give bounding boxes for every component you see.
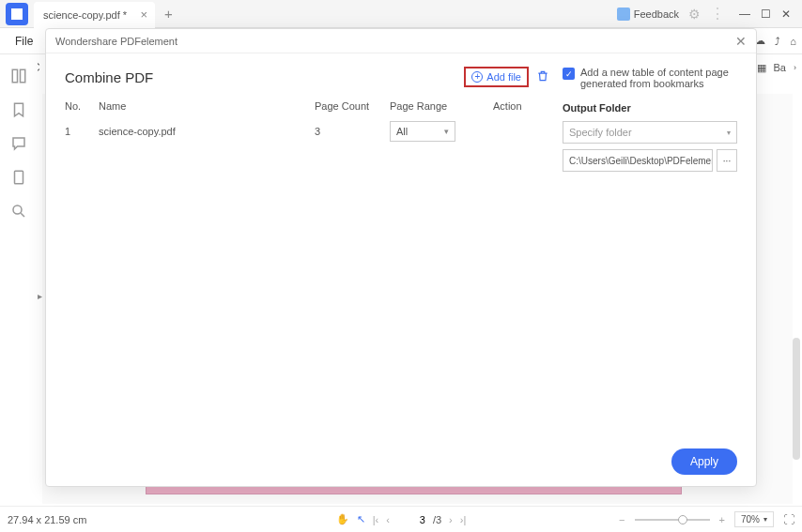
next-page-icon[interactable]: › (449, 514, 453, 525)
dialog-header: Wondershare PDFelement ✕ (46, 29, 756, 53)
browse-button[interactable]: ··· (717, 149, 737, 172)
cell-name: science-copy.pdf (99, 126, 315, 137)
add-file-label: Add file (486, 71, 521, 83)
left-side-toolbar (0, 54, 38, 220)
scrollbar-thumb[interactable] (793, 338, 800, 460)
zoom-slider[interactable] (635, 519, 710, 521)
table-row[interactable]: 1 science-copy.pdf 3 All ▾ (65, 121, 549, 142)
add-file-button[interactable]: + Add file (464, 67, 529, 87)
output-path-value: C:\Users\Geili\Desktop\PDFelement\Co (569, 156, 713, 166)
specify-folder-placeholder: Specify folder (569, 127, 632, 138)
trash-icon[interactable] (536, 69, 549, 85)
page-number-input[interactable] (397, 514, 425, 525)
toc-checkbox-label: Add a new table of content page generate… (580, 67, 737, 89)
specify-folder-dropdown[interactable]: Specify folder ▾ (563, 121, 737, 144)
plus-circle-icon: + (471, 71, 483, 83)
col-action: Action (493, 100, 549, 112)
close-window-button[interactable]: ✕ (776, 4, 796, 24)
col-name: Name (99, 100, 315, 112)
zoom-value: 70% (741, 514, 760, 524)
svg-point-3 (13, 205, 22, 214)
zoom-in-icon[interactable]: + (719, 514, 725, 525)
close-tab-icon[interactable]: × (140, 8, 147, 22)
prev-page-icon[interactable]: ‹ (386, 514, 390, 525)
statusbar: 27.94 x 21.59 cm ✋ ↖ |‹ ‹ /3 › ›| − + 70… (0, 506, 802, 532)
minimize-button[interactable]: — (734, 4, 755, 24)
chevron-down-icon: ▾ (727, 129, 731, 137)
cell-page-count: 3 (315, 126, 390, 137)
hand-tool-icon[interactable]: ✋ (336, 513, 349, 525)
close-dialog-icon[interactable]: ✕ (735, 34, 747, 49)
fit-page-icon[interactable]: ⛶ (783, 513, 794, 526)
page-total: /3 (433, 514, 441, 525)
document-tab[interactable]: science-copy.pdf * × (34, 2, 155, 28)
home-toolbar-icon[interactable]: ⌂ (790, 36, 796, 47)
badge-right[interactable]: Ba (774, 62, 786, 73)
comment-icon[interactable] (10, 135, 27, 152)
thumbnails-icon[interactable] (10, 68, 27, 84)
chevron-down-icon: ▾ (763, 515, 767, 524)
svg-rect-1 (21, 69, 25, 83)
col-no: No. (65, 100, 99, 112)
feedback-icon (617, 8, 630, 21)
cell-no: 1 (65, 126, 99, 137)
pointer-tool-icon[interactable]: ↖ (357, 513, 365, 525)
page-range-dropdown[interactable]: All ▾ (390, 121, 455, 142)
page-range-value: All (396, 126, 408, 137)
maximize-button[interactable]: ☐ (755, 4, 776, 24)
attachment-icon[interactable] (10, 169, 27, 186)
output-path-field[interactable]: C:\Users\Geili\Desktop\PDFelement\Co (563, 149, 713, 172)
search-icon[interactable] (10, 203, 27, 220)
col-page-count: Page Count (315, 100, 390, 112)
col-page-range: Page Range (390, 100, 493, 112)
gear-icon[interactable]: ⚙ (688, 7, 701, 22)
apply-button[interactable]: Apply (671, 448, 737, 475)
file-table-header: No. Name Page Count Page Range Action (65, 100, 549, 112)
bookmark-icon[interactable] (10, 101, 27, 118)
svg-rect-0 (12, 69, 17, 83)
output-folder-label: Output Folder (563, 102, 737, 114)
cloud-up-toolbar-icon[interactable]: ⤴ (775, 36, 780, 47)
zoom-dropdown[interactable]: 70% ▾ (734, 511, 774, 527)
zoom-out-icon[interactable]: − (619, 514, 625, 525)
chevron-down-icon: ▾ (444, 127, 449, 136)
add-tab-button[interactable]: + (164, 6, 173, 22)
page-dimensions: 27.94 x 21.59 cm (8, 514, 86, 525)
feedback-label: Feedback (634, 8, 679, 20)
grid-tool-icon[interactable]: ▦ (757, 62, 766, 74)
toc-checkbox[interactable]: ✓ (563, 68, 575, 80)
first-page-icon[interactable]: |‹ (373, 514, 379, 525)
toc-checkbox-row[interactable]: ✓ Add a new table of content page genera… (563, 67, 737, 89)
menu-file[interactable]: File (6, 35, 42, 48)
svg-rect-2 (15, 171, 23, 184)
last-page-icon[interactable]: ›| (460, 514, 467, 525)
titlebar: science-copy.pdf * × + Feedback ⚙ ⋮ — ☐ … (0, 0, 802, 28)
feedback-button[interactable]: Feedback (617, 8, 679, 21)
app-logo-icon (6, 3, 28, 25)
tab-label: science-copy.pdf * (43, 9, 127, 21)
dialog-title: Wondershare PDFelement (55, 36, 177, 47)
combine-heading: Combine PDF (65, 69, 153, 85)
combine-pdf-dialog: Wondershare PDFelement ✕ Combine PDF + A… (45, 28, 757, 487)
chevron-right-icon[interactable]: › (794, 63, 796, 72)
expand-panel-icon[interactable]: ▸ (38, 291, 42, 301)
